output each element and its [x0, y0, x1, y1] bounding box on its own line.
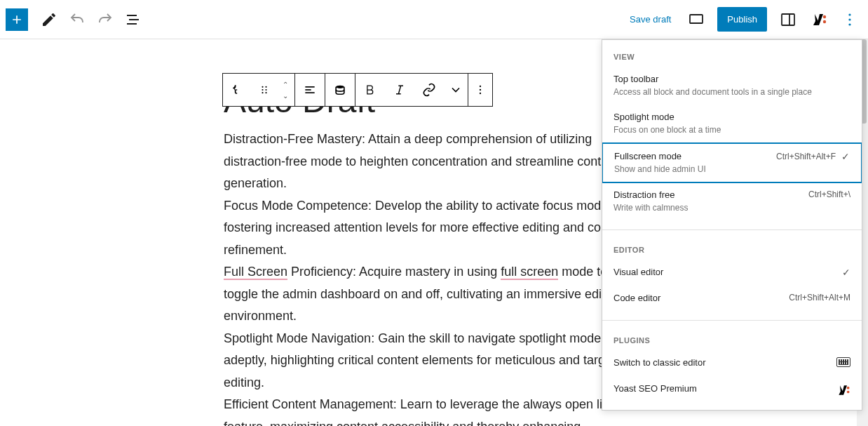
- svg-point-20: [480, 86, 481, 87]
- topbar-left: [6, 7, 146, 32]
- drag-handle-button[interactable]: [252, 74, 276, 106]
- svg-point-6: [823, 20, 826, 22]
- menu-item-yoast-premium[interactable]: Yoast SEO Premium: [602, 376, 862, 404]
- keyboard-icon: [836, 357, 850, 367]
- menu-section-plugins: Plugins: [602, 329, 862, 350]
- svg-rect-4: [782, 14, 794, 25]
- bold-button[interactable]: [355, 74, 385, 106]
- document-overview-button[interactable]: [121, 7, 146, 32]
- svg-rect-2: [127, 23, 137, 25]
- menu-item-classic-editor[interactable]: Switch to classic editor: [602, 350, 862, 376]
- check-icon: ✓: [842, 267, 850, 278]
- svg-point-23: [847, 386, 850, 389]
- topbar-right: Save draft Publish: [623, 7, 862, 32]
- shortcut-text: Ctrl+Shift+Alt+F: [776, 152, 836, 161]
- svg-point-7: [848, 13, 850, 15]
- save-draft-button[interactable]: Save draft: [623, 10, 678, 29]
- menu-item-spotlight[interactable]: Spotlight mode Focus on one block at a t…: [602, 105, 862, 142]
- svg-point-24: [847, 390, 850, 393]
- svg-point-8: [848, 18, 850, 20]
- paragraph-block[interactable]: Distraction-Free Mastery: Attain a deep …: [224, 128, 644, 426]
- options-dropdown: View Top toolbar Access all block and do…: [602, 39, 862, 411]
- svg-point-15: [265, 92, 266, 93]
- more-formatting-button[interactable]: [444, 74, 468, 106]
- svg-rect-17: [305, 89, 311, 91]
- block-toolbar: ⌃ ⌄: [222, 73, 493, 107]
- menu-section-editor: Editor: [602, 239, 862, 260]
- editor-topbar: Save draft Publish: [0, 0, 868, 39]
- svg-point-5: [823, 15, 826, 18]
- move-up-button[interactable]: ⌃: [276, 79, 294, 90]
- shortcut-text: Ctrl+Shift+Alt+M: [789, 293, 850, 302]
- svg-point-9: [848, 23, 850, 25]
- svg-point-22: [480, 93, 481, 94]
- yoast-icon: [836, 383, 850, 397]
- block-more-options-button[interactable]: [468, 74, 492, 106]
- block-type-button[interactable]: [223, 74, 252, 106]
- svg-rect-16: [305, 86, 314, 88]
- menu-item-top-toolbar[interactable]: Top toolbar Access all block and documen…: [602, 67, 862, 105]
- check-icon: ✓: [841, 151, 850, 162]
- preview-button[interactable]: [684, 7, 709, 32]
- svg-point-21: [480, 89, 481, 91]
- svg-rect-3: [690, 15, 703, 23]
- svg-rect-1: [129, 19, 139, 20]
- block-mover[interactable]: ⌃ ⌄: [276, 74, 294, 106]
- publish-button[interactable]: Publish: [717, 7, 767, 32]
- svg-rect-18: [305, 92, 314, 93]
- settings-sidebar-button[interactable]: [775, 7, 801, 32]
- shortcut-text: Ctrl+Shift+\: [808, 189, 850, 199]
- tools-button[interactable]: [36, 7, 62, 32]
- svg-point-19: [336, 86, 344, 88]
- stack-button[interactable]: [325, 74, 355, 106]
- menu-item-fullscreen[interactable]: Fullscreen mode Show and hide admin UI C…: [602, 142, 862, 183]
- redo-button[interactable]: [93, 7, 118, 32]
- svg-point-10: [262, 86, 263, 88]
- menu-section-view: View: [602, 46, 862, 67]
- svg-point-12: [262, 89, 263, 91]
- svg-point-11: [265, 86, 266, 88]
- menu-item-distraction-free[interactable]: Distraction free Write with calmness Ctr…: [602, 182, 862, 220]
- menu-item-code-editor[interactable]: Code editor Ctrl+Shift+Alt+M: [602, 286, 862, 312]
- link-button[interactable]: [414, 74, 444, 106]
- undo-button[interactable]: [65, 7, 90, 32]
- svg-point-13: [265, 89, 266, 91]
- yoast-button[interactable]: [806, 7, 832, 32]
- more-options-button[interactable]: [837, 7, 862, 32]
- align-button[interactable]: [295, 74, 325, 106]
- svg-rect-0: [127, 15, 137, 16]
- move-down-button[interactable]: ⌄: [276, 90, 294, 101]
- italic-button[interactable]: [385, 74, 414, 106]
- add-block-button[interactable]: [6, 8, 28, 31]
- menu-item-visual-editor[interactable]: Visual editor ✓: [602, 260, 862, 286]
- svg-point-14: [262, 92, 263, 93]
